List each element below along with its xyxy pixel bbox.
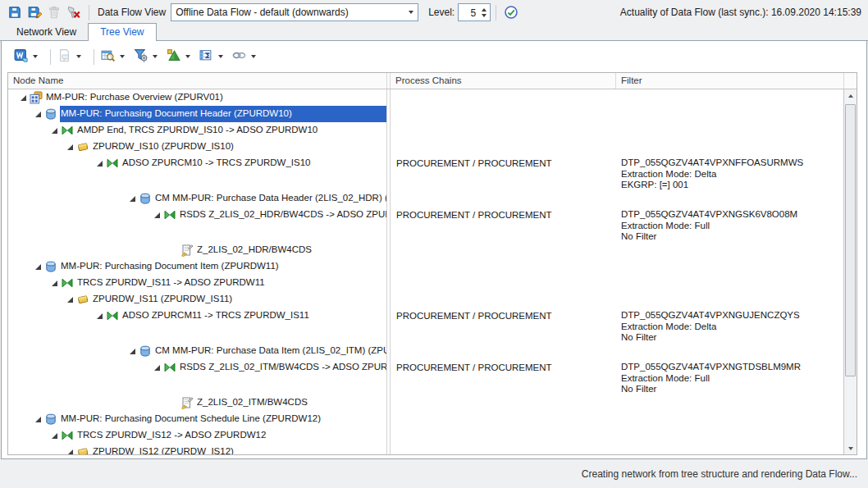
scroll-down-icon[interactable] (844, 442, 857, 454)
tree-node-label[interactable]: ADSO ZPURCM10 -> TRCS ZPURDW_IS10 (121, 155, 386, 171)
tree-node-label[interactable]: CM MM-PUR: Purchase Data Header (2LIS_02… (154, 190, 386, 207)
expand-arrow-icon[interactable] (48, 427, 61, 444)
expand-arrow-icon[interactable] (150, 359, 163, 376)
expand-arrow-icon[interactable] (63, 444, 76, 454)
tree-node-label[interactable]: RSDS Z_2LIS_02_ITM/BW4CDS -> ADSO ZPURCM… (179, 359, 386, 376)
expand-arrow-icon[interactable] (48, 122, 61, 139)
tree-row[interactable]: Z_2LIS_02_ITM/BW4CDS (8, 395, 843, 411)
tree-node-label[interactable]: MM-PUR: Purchase Overview (ZPURV01) (45, 89, 386, 106)
vertical-scrollbar[interactable] (843, 89, 857, 454)
data-flow-table: Node Name Process Chains Filter MM-PUR: … (7, 72, 857, 455)
status-bar: Creating network from tree structure and… (0, 459, 868, 488)
tab-network-view[interactable]: Network View (5, 24, 88, 40)
hierarchy-prism-icon (167, 48, 180, 65)
clock-check-icon[interactable] (501, 2, 521, 22)
dropdown-arrow-icon[interactable] (120, 55, 125, 58)
tree-row[interactable]: TRCS ZPURDW_IS12 -> ADSO ZPURDW12 (8, 427, 843, 444)
tree-node-label[interactable]: MM-PUR: Purchasing Document Schedule Lin… (60, 411, 386, 427)
trfn-icon (61, 427, 76, 444)
scroll-up-icon[interactable] (844, 89, 857, 102)
expand-arrow-icon[interactable] (63, 291, 76, 308)
spinner-down-icon[interactable] (482, 14, 487, 17)
expand-arrow-icon[interactable] (31, 411, 44, 427)
dropdown-arrow-icon[interactable] (76, 55, 81, 58)
tree-node-label[interactable]: Z_2LIS_02_ITM/BW4CDS (196, 395, 386, 411)
filter-settings-button[interactable] (132, 47, 159, 66)
tree-row[interactable]: MM-PUR: Purchasing Document Item (ZPURDW… (8, 258, 843, 275)
tree-row[interactable]: MM-PUR: Purchasing Document Header (ZPUR… (8, 106, 843, 122)
dropdown-arrow-icon[interactable] (185, 55, 190, 58)
tree-row[interactable]: ADSO ZPURCM10 -> TRCS ZPURDW_IS10PROCURE… (8, 155, 843, 190)
datasource-icon (180, 395, 196, 411)
expand-arrow-icon[interactable] (63, 139, 76, 155)
tree-node-label[interactable]: MM-PUR: Purchasing Document Item (ZPURDW… (60, 258, 386, 275)
expand-arrow-icon[interactable] (93, 308, 106, 324)
table-search-button[interactable] (99, 47, 126, 66)
expand-arrow-icon[interactable] (48, 275, 61, 291)
tree-node-label[interactable]: RSDS Z_2LIS_02_HDR/BW4CDS -> ADSO ZPURCM… (179, 207, 386, 223)
tree-row[interactable]: Z_2LIS_02_HDR/BW4CDS (8, 242, 843, 258)
node-name-cell: ADSO ZPURCM11 -> TRCS ZPURDW_IS11 (8, 308, 387, 343)
tree-row[interactable]: RSDS Z_2LIS_02_ITM/BW4CDS -> ADSO ZPURCM… (8, 359, 843, 395)
remove-data-flow-button[interactable] (64, 2, 84, 22)
adso-icon (44, 411, 60, 427)
expand-arrow-icon[interactable] (31, 106, 44, 122)
tab-tree-view[interactable]: Tree View (88, 23, 156, 41)
dataflow-icon (30, 89, 45, 106)
process-chain-cell: PROCUREMENT / PROCUREMENT (391, 207, 616, 242)
save-as-button[interactable] (25, 2, 44, 22)
tree-node-label[interactable]: TRCS ZPURDW_IS11 -> ADSO ZPURDW11 (76, 275, 386, 291)
toolbar-separator (89, 5, 89, 21)
tree-row[interactable]: TRCS ZPURDW_IS11 -> ADSO ZPURDW11 (8, 275, 843, 291)
tree-node-label[interactable]: ZPURDW_IS11 (ZPURDW_IS11) (92, 291, 386, 308)
dropdown-arrow-icon[interactable] (153, 55, 158, 58)
tree-node-label[interactable]: TRCS ZPURDW_IS12 -> ADSO ZPURDW12 (76, 427, 386, 444)
tree-node-label[interactable]: ADSO ZPURCM11 -> TRCS ZPURDW_IS11 (121, 308, 386, 324)
tree-row[interactable]: MM-PUR: Purchase Overview (ZPURV01) (8, 89, 843, 106)
scrollbar-thumb[interactable] (845, 104, 856, 376)
filter-cell (616, 106, 843, 122)
level-spinner[interactable]: 5 (458, 3, 491, 21)
tree-node-label[interactable]: ZPURDW_IS10 (ZPURDW_IS10) (92, 139, 386, 155)
filter-cell: DTP_055QGZV4AT4VPXNFFOASURMWSExtraction … (616, 155, 843, 190)
tree-node-label[interactable]: ZPURDW_IS12 (ZPURDW_IS12) (92, 444, 386, 454)
tree-row[interactable]: CM MM-PUR: Purchase Data Header (2LIS_02… (8, 190, 843, 207)
dropdown-arrow-icon[interactable] (251, 55, 256, 58)
tree-row[interactable]: RSDS Z_2LIS_02_HDR/BW4CDS -> ADSO ZPURCM… (8, 207, 843, 242)
hierarchy-prism-button[interactable] (165, 47, 192, 66)
column-header-node-name[interactable]: Node Name (8, 73, 387, 89)
tree-node-label[interactable]: AMDP End, TRCS ZPURDW_IS10 -> ADSO ZPURD… (76, 122, 386, 139)
tree-row[interactable]: ADSO ZPURCM11 -> TRCS ZPURDW_IS11PROCURE… (8, 308, 843, 343)
link-objects-button[interactable] (231, 47, 258, 66)
table-sigma-button[interactable] (198, 47, 225, 66)
data-flow-dropdown[interactable]: Offline Data Flow - default (downwards) (171, 3, 418, 21)
tree-row[interactable]: ZPURDW_IS10 (ZPURDW_IS10) (8, 139, 843, 155)
tree-indent-spacer (167, 242, 180, 258)
expand-arrow-icon[interactable] (126, 190, 139, 207)
save-button[interactable] (5, 2, 25, 22)
dropdown-arrow-icon[interactable] (33, 55, 38, 58)
expand-arrow-icon[interactable] (126, 343, 139, 359)
tree-row[interactable]: ZPURDW_IS12 (ZPURDW_IS12) (8, 444, 843, 454)
tree-node-label[interactable]: CM MM-PUR: Purchase Data Item (2LIS_02_I… (154, 343, 386, 359)
node-name-cell: CM MM-PUR: Purchase Data Header (2LIS_02… (8, 190, 387, 207)
tree-row[interactable]: AMDP End, TRCS ZPURDW_IS10 -> ADSO ZPURD… (8, 122, 843, 139)
expand-arrow-icon[interactable] (31, 258, 44, 275)
data-flow-w-button[interactable] (12, 47, 39, 66)
tree-row[interactable]: ZPURDW_IS11 (ZPURDW_IS11) (8, 291, 843, 308)
column-header-filter[interactable]: Filter (616, 73, 844, 89)
spinner-up-icon[interactable] (482, 8, 487, 11)
tree-node-label[interactable]: Z_2LIS_02_HDR/BW4CDS (196, 242, 386, 258)
tree-row[interactable]: CM MM-PUR: Purchase Data Item (2LIS_02_I… (8, 343, 843, 359)
column-header-process-chains[interactable]: Process Chains (391, 73, 616, 89)
tree-node-label[interactable]: MM-PUR: Purchasing Document Header (ZPUR… (60, 106, 386, 122)
chevron-down-icon[interactable] (404, 4, 418, 21)
expand-arrow-icon[interactable] (93, 155, 106, 171)
process-chain-cell (391, 343, 616, 359)
expand-arrow-icon[interactable] (16, 89, 30, 106)
expand-arrow-icon[interactable] (150, 207, 163, 223)
table-search-icon (101, 48, 115, 65)
tree-row[interactable]: MM-PUR: Purchasing Document Schedule Lin… (8, 411, 843, 427)
dropdown-arrow-icon[interactable] (218, 55, 223, 58)
table-header: Node Name Process Chains Filter (8, 73, 857, 89)
